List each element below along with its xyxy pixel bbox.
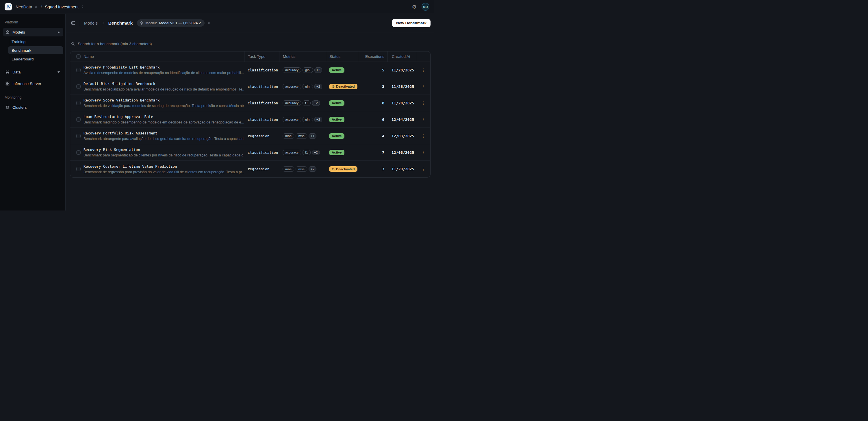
status-badge: Active bbox=[329, 67, 344, 73]
column-header-executions[interactable]: Executions bbox=[358, 52, 387, 62]
chevron-right-icon bbox=[101, 21, 105, 25]
package-icon bbox=[5, 30, 10, 34]
user-avatar[interactable]: MU bbox=[422, 3, 429, 11]
metrics-more-pill: +2 bbox=[314, 67, 322, 73]
table-row[interactable]: Default Risk Mitigation Benchmark Benchm… bbox=[70, 78, 430, 95]
table-header-row: Name Task Type Metrics Status Executions… bbox=[70, 52, 430, 62]
row-checkbox[interactable] bbox=[76, 150, 81, 155]
sidebar-item-training[interactable]: Training bbox=[8, 38, 63, 46]
row-checkbox[interactable] bbox=[76, 134, 81, 138]
created-at-value: 12/04/2025 bbox=[387, 117, 417, 122]
ban-icon: ⊘ bbox=[332, 85, 335, 88]
status-label: Active bbox=[332, 68, 342, 72]
task-type-value: regression bbox=[244, 134, 279, 138]
row-menu-ellipsis-icon[interactable]: ⋮ bbox=[421, 84, 426, 89]
metric-pill: mae bbox=[283, 166, 294, 172]
status-badge: Active bbox=[329, 117, 344, 122]
search-input[interactable] bbox=[78, 42, 199, 46]
row-checkbox[interactable] bbox=[76, 84, 81, 89]
benchmark-description: Benchmark para segmentação de clientes p… bbox=[84, 153, 244, 157]
task-type-value: classification bbox=[244, 117, 279, 122]
table-row[interactable]: Recovery Customer Lifetime Value Predict… bbox=[70, 161, 430, 177]
row-checkbox[interactable] bbox=[76, 167, 81, 171]
status-badge: ⊘Deactivated bbox=[329, 166, 358, 172]
status-badge: Active bbox=[329, 100, 344, 106]
benchmark-name: Recovery Portfolio Risk Assessment bbox=[84, 131, 244, 135]
sidebar-item-inference-server[interactable]: Inference Server bbox=[3, 79, 63, 88]
column-header-created-at[interactable]: Created At bbox=[387, 52, 417, 62]
row-menu-ellipsis-icon[interactable]: ⋮ bbox=[421, 167, 426, 172]
task-type-value: classification bbox=[244, 68, 279, 72]
row-menu-ellipsis-icon[interactable]: ⋮ bbox=[421, 150, 426, 155]
metric-pill: gini bbox=[303, 67, 313, 73]
column-header-task-type[interactable]: Task Type bbox=[244, 52, 279, 62]
benchmark-table: Name Task Type Metrics Status Executions… bbox=[70, 51, 431, 178]
created-at-value: 12/08/2025 bbox=[387, 150, 417, 155]
metrics-cell: accuracyf1+2 bbox=[279, 150, 326, 155]
column-header-metrics[interactable]: Metrics bbox=[279, 52, 326, 62]
status-label: Active bbox=[332, 134, 342, 138]
row-checkbox[interactable] bbox=[76, 117, 81, 122]
table-body: Recovery Probability Lift Benchmark Aval… bbox=[70, 62, 430, 177]
status-badge: Active bbox=[329, 133, 344, 139]
executions-count: 7 bbox=[358, 150, 387, 155]
sidebar-item-benchmark[interactable]: Benchmark bbox=[8, 46, 63, 54]
row-menu-ellipsis-icon[interactable]: ⋮ bbox=[421, 117, 426, 122]
sidebar-section-platform: Platform bbox=[3, 20, 63, 24]
table-row[interactable]: Loan Restructuring Approval Rate Benchma… bbox=[70, 111, 430, 128]
row-checkbox[interactable] bbox=[76, 101, 81, 105]
sidebar-item-leaderboard[interactable]: Leaderboard bbox=[8, 55, 63, 63]
org-updown-chevron-icon bbox=[34, 5, 38, 9]
metric-pill: accuracy bbox=[283, 67, 301, 73]
table-row[interactable]: Recovery Portfolio Risk Assessment Bench… bbox=[70, 128, 430, 144]
metrics-more-pill: +2 bbox=[314, 84, 322, 89]
column-header-name[interactable]: Name bbox=[81, 52, 244, 62]
settings-gear-icon[interactable]: ⚙ bbox=[412, 4, 417, 9]
benchmark-description: Benchmark especializado para avaliar mod… bbox=[84, 87, 244, 91]
page-header: Models Benchmark Model: Model v3.1 — Q2 … bbox=[66, 14, 434, 32]
table-row[interactable]: Recovery Probability Lift Benchmark Aval… bbox=[70, 62, 430, 78]
model-badge-label: Model: bbox=[145, 21, 157, 25]
expand-triangle-icon bbox=[58, 71, 60, 73]
table-row[interactable]: Recovery Score Validation Benchmark Benc… bbox=[70, 95, 430, 111]
metrics-cell: maemse+1 bbox=[279, 133, 326, 139]
collapse-triangle-icon bbox=[58, 32, 60, 33]
metric-pill: accuracy bbox=[283, 84, 301, 89]
server-icon bbox=[5, 81, 10, 86]
sidebar: Platform Models Training Benchmark Leade… bbox=[0, 14, 66, 210]
metrics-cell: accuracygini+2 bbox=[279, 117, 326, 122]
sidebar-toggle-icon[interactable] bbox=[71, 21, 76, 25]
metrics-cell: accuracygini+2 bbox=[279, 67, 326, 73]
task-type-value: classification bbox=[244, 101, 279, 105]
row-menu-ellipsis-icon[interactable]: ⋮ bbox=[421, 101, 426, 105]
benchmark-name: Recovery Score Validation Benchmark bbox=[84, 98, 244, 102]
workspace-switcher[interactable]: Squad Investment bbox=[45, 5, 84, 9]
status-label: Deactivated bbox=[336, 168, 355, 171]
sidebar-item-models[interactable]: Models bbox=[3, 28, 63, 36]
model-selector-badge[interactable]: Model: Model v3.1 — Q2 2024.2 bbox=[137, 19, 205, 27]
model-updown-chevron-icon[interactable] bbox=[207, 21, 211, 25]
executions-count: 6 bbox=[358, 117, 387, 122]
row-menu-ellipsis-icon[interactable]: ⋮ bbox=[421, 68, 426, 72]
org-switcher[interactable]: NeoData bbox=[16, 5, 38, 9]
row-checkbox[interactable] bbox=[76, 68, 81, 72]
metrics-more-pill: +1 bbox=[309, 133, 316, 139]
select-all-checkbox[interactable] bbox=[76, 54, 81, 59]
task-type-value: regression bbox=[244, 167, 279, 171]
sidebar-item-data[interactable]: Data bbox=[3, 68, 63, 76]
table-row[interactable]: Recovery Risk Segmentation Benchmark par… bbox=[70, 144, 430, 161]
metric-pill: mae bbox=[283, 133, 294, 139]
metric-pill: mse bbox=[296, 133, 307, 139]
status-label: Active bbox=[332, 101, 342, 105]
new-benchmark-button[interactable]: New Benchmark bbox=[392, 19, 431, 27]
sidebar-item-label: Inference Server bbox=[12, 82, 41, 86]
app-logo[interactable]: N bbox=[5, 3, 12, 10]
benchmark-description: Benchmark de validação para modelos de s… bbox=[84, 104, 244, 108]
column-header-status[interactable]: Status bbox=[326, 52, 358, 62]
created-at-value: 11/26/2025 bbox=[387, 84, 417, 89]
sidebar-item-clusters[interactable]: Clusters bbox=[3, 103, 63, 112]
benchmark-description: Avalia o desempenho de modelos de recupe… bbox=[84, 71, 244, 75]
breadcrumb-models[interactable]: Models bbox=[84, 21, 98, 25]
executions-count: 4 bbox=[358, 134, 387, 138]
row-menu-ellipsis-icon[interactable]: ⋮ bbox=[421, 133, 426, 138]
